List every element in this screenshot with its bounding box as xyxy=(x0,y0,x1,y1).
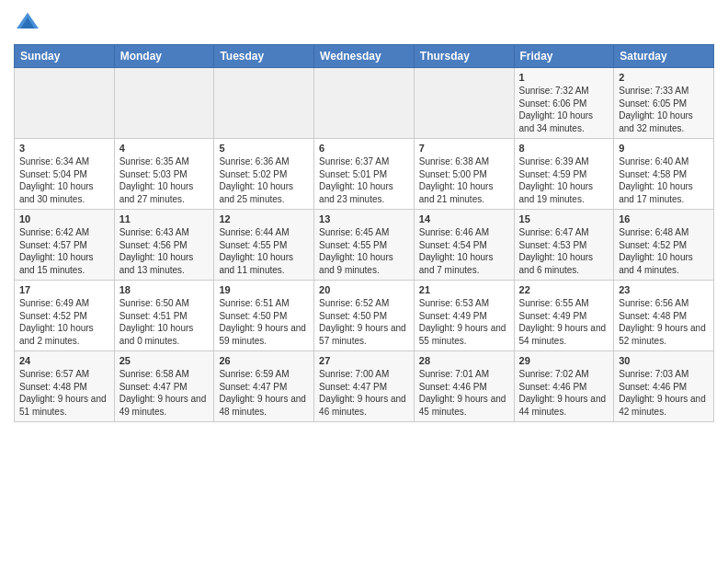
week-row-4: 17Sunrise: 6:49 AM Sunset: 4:52 PM Dayli… xyxy=(15,281,714,351)
day-number: 3 xyxy=(19,143,109,154)
day-number: 22 xyxy=(519,284,609,295)
calendar-cell: 18Sunrise: 6:50 AM Sunset: 4:51 PM Dayli… xyxy=(114,281,214,351)
calendar-cell xyxy=(214,68,314,139)
day-number: 18 xyxy=(119,284,210,295)
header-row: SundayMondayTuesdayWednesdayThursdayFrid… xyxy=(15,45,714,68)
week-row-1: 1Sunrise: 7:32 AM Sunset: 6:06 PM Daylig… xyxy=(15,68,714,139)
calendar-cell xyxy=(114,68,214,139)
col-header-sunday: Sunday xyxy=(15,45,115,68)
calendar-cell: 25Sunrise: 6:58 AM Sunset: 4:47 PM Dayli… xyxy=(114,351,214,422)
calendar-cell: 16Sunrise: 6:48 AM Sunset: 4:52 PM Dayli… xyxy=(614,210,714,281)
day-info: Sunrise: 6:47 AM Sunset: 4:53 PM Dayligh… xyxy=(519,226,609,276)
calendar-cell: 5Sunrise: 6:36 AM Sunset: 5:02 PM Daylig… xyxy=(214,139,314,210)
day-number: 2 xyxy=(619,72,709,83)
day-info: Sunrise: 7:00 AM Sunset: 4:47 PM Dayligh… xyxy=(319,368,409,418)
calendar-cell: 10Sunrise: 6:42 AM Sunset: 4:57 PM Dayli… xyxy=(15,210,115,281)
day-info: Sunrise: 6:58 AM Sunset: 4:47 PM Dayligh… xyxy=(119,368,210,418)
week-row-2: 3Sunrise: 6:34 AM Sunset: 5:04 PM Daylig… xyxy=(15,139,714,210)
calendar-cell: 12Sunrise: 6:44 AM Sunset: 4:55 PM Dayli… xyxy=(214,210,314,281)
col-header-thursday: Thursday xyxy=(414,45,514,68)
day-number: 12 xyxy=(219,213,309,224)
day-number: 27 xyxy=(319,355,409,366)
calendar-cell: 11Sunrise: 6:43 AM Sunset: 4:56 PM Dayli… xyxy=(114,210,214,281)
calendar-cell: 6Sunrise: 6:37 AM Sunset: 5:01 PM Daylig… xyxy=(314,139,415,210)
day-number: 21 xyxy=(419,284,509,295)
day-info: Sunrise: 6:50 AM Sunset: 4:51 PM Dayligh… xyxy=(119,297,210,347)
day-info: Sunrise: 6:57 AM Sunset: 4:48 PM Dayligh… xyxy=(19,368,109,418)
calendar-cell: 24Sunrise: 6:57 AM Sunset: 4:48 PM Dayli… xyxy=(15,351,115,422)
page: SundayMondayTuesdayWednesdayThursdayFrid… xyxy=(0,0,728,436)
day-info: Sunrise: 6:53 AM Sunset: 4:49 PM Dayligh… xyxy=(419,297,509,347)
day-number: 6 xyxy=(319,143,409,154)
day-number: 1 xyxy=(519,72,609,83)
calendar-cell xyxy=(414,68,514,139)
calendar-cell: 22Sunrise: 6:55 AM Sunset: 4:49 PM Dayli… xyxy=(514,281,614,351)
day-info: Sunrise: 6:36 AM Sunset: 5:02 PM Dayligh… xyxy=(219,155,309,205)
day-info: Sunrise: 6:37 AM Sunset: 5:01 PM Dayligh… xyxy=(319,155,409,205)
day-info: Sunrise: 6:40 AM Sunset: 4:58 PM Dayligh… xyxy=(619,155,709,205)
header xyxy=(14,9,714,37)
day-info: Sunrise: 6:48 AM Sunset: 4:52 PM Dayligh… xyxy=(619,226,709,276)
calendar-cell: 9Sunrise: 6:40 AM Sunset: 4:58 PM Daylig… xyxy=(614,139,714,210)
day-info: Sunrise: 6:35 AM Sunset: 5:03 PM Dayligh… xyxy=(119,155,210,205)
day-info: Sunrise: 6:56 AM Sunset: 4:48 PM Dayligh… xyxy=(619,297,709,347)
calendar-cell: 13Sunrise: 6:45 AM Sunset: 4:55 PM Dayli… xyxy=(314,210,415,281)
day-number: 29 xyxy=(519,355,609,366)
calendar-cell: 20Sunrise: 6:52 AM Sunset: 4:50 PM Dayli… xyxy=(314,281,415,351)
day-number: 24 xyxy=(19,355,109,366)
logo xyxy=(14,9,45,37)
day-info: Sunrise: 7:03 AM Sunset: 4:46 PM Dayligh… xyxy=(619,368,709,418)
calendar-cell xyxy=(15,68,115,139)
day-info: Sunrise: 6:38 AM Sunset: 5:00 PM Dayligh… xyxy=(419,155,509,205)
day-number: 10 xyxy=(19,213,109,224)
calendar-cell: 28Sunrise: 7:01 AM Sunset: 4:46 PM Dayli… xyxy=(414,351,514,422)
day-number: 11 xyxy=(119,213,210,224)
week-row-5: 24Sunrise: 6:57 AM Sunset: 4:48 PM Dayli… xyxy=(15,351,714,422)
calendar-cell xyxy=(314,68,415,139)
calendar-cell: 19Sunrise: 6:51 AM Sunset: 4:50 PM Dayli… xyxy=(214,281,314,351)
day-number: 9 xyxy=(619,143,709,154)
calendar-cell: 26Sunrise: 6:59 AM Sunset: 4:47 PM Dayli… xyxy=(214,351,314,422)
calendar-cell: 7Sunrise: 6:38 AM Sunset: 5:00 PM Daylig… xyxy=(414,139,514,210)
day-number: 16 xyxy=(619,213,709,224)
day-info: Sunrise: 6:39 AM Sunset: 4:59 PM Dayligh… xyxy=(519,155,609,205)
calendar-cell: 17Sunrise: 6:49 AM Sunset: 4:52 PM Dayli… xyxy=(15,281,115,351)
day-info: Sunrise: 6:34 AM Sunset: 5:04 PM Dayligh… xyxy=(19,155,109,205)
day-info: Sunrise: 7:02 AM Sunset: 4:46 PM Dayligh… xyxy=(519,368,609,418)
day-number: 26 xyxy=(219,355,309,366)
calendar-cell: 4Sunrise: 6:35 AM Sunset: 5:03 PM Daylig… xyxy=(114,139,214,210)
col-header-tuesday: Tuesday xyxy=(214,45,314,68)
day-info: Sunrise: 7:01 AM Sunset: 4:46 PM Dayligh… xyxy=(419,368,509,418)
calendar-cell: 2Sunrise: 7:33 AM Sunset: 6:05 PM Daylig… xyxy=(614,68,714,139)
day-number: 13 xyxy=(319,213,409,224)
day-number: 7 xyxy=(419,143,509,154)
calendar-cell: 14Sunrise: 6:46 AM Sunset: 4:54 PM Dayli… xyxy=(414,210,514,281)
day-info: Sunrise: 6:52 AM Sunset: 4:50 PM Dayligh… xyxy=(319,297,409,347)
day-info: Sunrise: 6:43 AM Sunset: 4:56 PM Dayligh… xyxy=(119,226,210,276)
day-info: Sunrise: 6:45 AM Sunset: 4:55 PM Dayligh… xyxy=(319,226,409,276)
day-info: Sunrise: 6:46 AM Sunset: 4:54 PM Dayligh… xyxy=(419,226,509,276)
calendar-cell: 8Sunrise: 6:39 AM Sunset: 4:59 PM Daylig… xyxy=(514,139,614,210)
day-number: 23 xyxy=(619,284,709,295)
calendar-cell: 27Sunrise: 7:00 AM Sunset: 4:47 PM Dayli… xyxy=(314,351,415,422)
day-number: 14 xyxy=(419,213,509,224)
calendar-cell: 30Sunrise: 7:03 AM Sunset: 4:46 PM Dayli… xyxy=(614,351,714,422)
day-info: Sunrise: 6:55 AM Sunset: 4:49 PM Dayligh… xyxy=(519,297,609,347)
calendar-cell: 3Sunrise: 6:34 AM Sunset: 5:04 PM Daylig… xyxy=(15,139,115,210)
day-info: Sunrise: 7:32 AM Sunset: 6:06 PM Dayligh… xyxy=(519,85,609,134)
day-info: Sunrise: 6:44 AM Sunset: 4:55 PM Dayligh… xyxy=(219,226,309,276)
day-info: Sunrise: 6:42 AM Sunset: 4:57 PM Dayligh… xyxy=(19,226,109,276)
col-header-saturday: Saturday xyxy=(614,45,714,68)
day-number: 28 xyxy=(419,355,509,366)
day-info: Sunrise: 6:51 AM Sunset: 4:50 PM Dayligh… xyxy=(219,297,309,347)
col-header-monday: Monday xyxy=(114,45,214,68)
col-header-friday: Friday xyxy=(514,45,614,68)
calendar-cell: 21Sunrise: 6:53 AM Sunset: 4:49 PM Dayli… xyxy=(414,281,514,351)
day-number: 30 xyxy=(619,355,709,366)
day-number: 5 xyxy=(219,143,309,154)
day-info: Sunrise: 6:49 AM Sunset: 4:52 PM Dayligh… xyxy=(19,297,109,347)
week-row-3: 10Sunrise: 6:42 AM Sunset: 4:57 PM Dayli… xyxy=(15,210,714,281)
day-info: Sunrise: 7:33 AM Sunset: 6:05 PM Dayligh… xyxy=(619,85,709,134)
day-number: 20 xyxy=(319,284,409,295)
day-number: 17 xyxy=(19,284,109,295)
